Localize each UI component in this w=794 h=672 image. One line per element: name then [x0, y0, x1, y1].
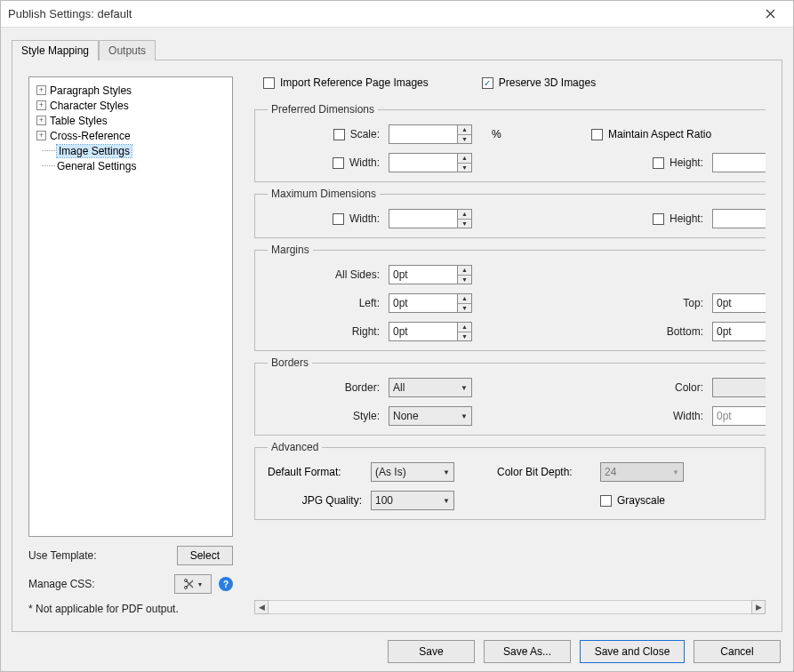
- percent-label: %: [492, 128, 509, 140]
- tree-label: Image Settings: [57, 145, 132, 157]
- chevron-up-icon: ▲: [458, 266, 471, 276]
- pref-width-input[interactable]: [389, 153, 458, 172]
- scale-checkbox[interactable]: Scale:: [268, 128, 383, 140]
- cancel-button[interactable]: Cancel: [694, 640, 781, 663]
- scroll-right-icon[interactable]: ▶: [751, 600, 766, 614]
- checkbox-label: Height:: [670, 156, 703, 169]
- expand-icon[interactable]: +: [36, 100, 46, 110]
- checkbox-label: Scale:: [350, 128, 380, 140]
- chevron-down-icon: ▼: [458, 220, 471, 228]
- select-template-button[interactable]: Select: [177, 546, 233, 565]
- left-controls: Use Template: Select Manage CSS: ▼ ? * N…: [28, 546, 233, 615]
- pref-width-checkbox[interactable]: Width:: [268, 156, 383, 169]
- pref-height-input[interactable]: [712, 153, 766, 172]
- help-icon[interactable]: ?: [219, 577, 233, 591]
- chevron-up-icon: ▲: [458, 323, 471, 332]
- preserve-3d-checkbox[interactable]: ✓ Preserve 3D Images: [482, 76, 596, 89]
- tab-outputs[interactable]: Outputs: [99, 40, 156, 60]
- tree-label: General Settings: [57, 160, 136, 172]
- close-icon: [766, 9, 775, 19]
- group-legend: Margins: [268, 244, 313, 256]
- max-height-checkbox[interactable]: Height:: [591, 212, 707, 225]
- maximum-dimensions-group: Maximum Dimensions Width: ▲▼ Height: ▲▼: [254, 188, 766, 238]
- tree-item-image-settings[interactable]: Image Settings: [33, 143, 229, 158]
- border-width-input[interactable]: [712, 406, 766, 426]
- checkbox-icon: [333, 213, 344, 225]
- max-height-input[interactable]: [712, 209, 766, 228]
- tab-label: Style Mapping: [21, 44, 89, 57]
- group-legend: Borders: [268, 356, 312, 369]
- left-column: +Paragraph Styles +Character Styles +Tab…: [28, 76, 233, 615]
- max-width-input[interactable]: [389, 209, 458, 228]
- grayscale-checkbox[interactable]: Grayscale: [600, 494, 698, 507]
- chevron-down-icon: ▼: [458, 164, 471, 172]
- checkbox-label: Grayscale: [617, 494, 665, 507]
- margin-bottom-input[interactable]: [712, 322, 766, 341]
- tab-style-mapping[interactable]: Style Mapping: [12, 40, 99, 60]
- horizontal-scrollbar[interactable]: ◀ ▶: [254, 599, 766, 615]
- chevron-up-icon: ▲: [458, 294, 471, 304]
- jpg-quality-select[interactable]: 100▼: [371, 491, 454, 510]
- tree-label: Table Styles: [50, 115, 108, 127]
- scale-input[interactable]: [389, 124, 458, 144]
- margin-left-label: Left:: [268, 297, 383, 309]
- maintain-aspect-checkbox[interactable]: Maintain Aspect Ratio: [591, 128, 766, 140]
- tree-item-character-styles[interactable]: +Character Styles: [33, 98, 229, 113]
- jpg-quality-label: JPG Quality:: [268, 494, 365, 507]
- chevron-down-icon: ▼: [461, 412, 468, 420]
- tree-label: Cross-Reference: [50, 130, 131, 142]
- import-reference-checkbox[interactable]: Import Reference Page Images: [263, 76, 429, 89]
- all-sides-spinner[interactable]: ▲▼: [458, 265, 472, 284]
- chevron-down-icon: ▼: [672, 468, 679, 476]
- color-bit-depth-select[interactable]: 24▼: [600, 462, 684, 482]
- close-button[interactable]: [754, 3, 786, 26]
- tree-item-cross-reference[interactable]: +Cross-Reference: [33, 128, 229, 143]
- max-width-spinner[interactable]: ▲▼: [458, 209, 472, 228]
- margin-top-input[interactable]: [712, 293, 766, 313]
- checkbox-icon: [653, 213, 664, 225]
- select-value: None: [393, 410, 419, 422]
- settings-tree[interactable]: +Paragraph Styles +Character Styles +Tab…: [28, 76, 233, 537]
- pref-width-spinner[interactable]: ▲▼: [458, 153, 472, 172]
- border-color-select[interactable]: ▼: [712, 378, 766, 397]
- checkbox-label: Height:: [670, 212, 703, 225]
- save-as-button[interactable]: Save As...: [484, 640, 571, 663]
- scroll-left-icon[interactable]: ◀: [254, 600, 269, 614]
- margin-left-spinner[interactable]: ▲▼: [458, 293, 472, 313]
- border-select[interactable]: All▼: [389, 378, 472, 397]
- expand-icon[interactable]: +: [36, 116, 46, 125]
- expand-icon[interactable]: +: [36, 131, 46, 140]
- save-and-close-button[interactable]: Save and Close: [580, 640, 685, 663]
- manage-css-button[interactable]: ▼: [174, 574, 212, 594]
- all-sides-input[interactable]: [389, 265, 458, 284]
- scroll-track[interactable]: [269, 600, 751, 614]
- default-format-select[interactable]: (As Is)▼: [371, 462, 454, 482]
- save-button[interactable]: Save: [388, 640, 475, 663]
- border-style-select[interactable]: None▼: [389, 406, 472, 426]
- all-sides-label: All Sides:: [268, 268, 383, 281]
- group-legend: Preferred Dimensions: [268, 103, 378, 116]
- margin-right-input[interactable]: [389, 322, 458, 341]
- tree-item-table-styles[interactable]: +Table Styles: [33, 113, 229, 128]
- checkbox-label: Width:: [349, 156, 380, 169]
- pref-height-checkbox[interactable]: Height:: [591, 156, 707, 169]
- checkbox-icon: [600, 495, 612, 507]
- select-value: 24: [605, 466, 616, 478]
- max-width-checkbox[interactable]: Width:: [268, 212, 383, 225]
- tree-item-paragraph-styles[interactable]: +Paragraph Styles: [33, 83, 229, 98]
- publish-settings-dialog: Publish Settings: default Style Mapping …: [0, 0, 794, 672]
- default-format-label: Default Format:: [268, 466, 365, 478]
- chevron-down-icon: ▼: [197, 581, 204, 588]
- tab-label: Outputs: [108, 44, 146, 57]
- margin-left-input[interactable]: [389, 293, 458, 313]
- advanced-group: Advanced Default Format: (As Is)▼ Color …: [254, 441, 766, 520]
- tab-panel: +Paragraph Styles +Character Styles +Tab…: [12, 60, 782, 632]
- checkbox-icon: [591, 129, 603, 140]
- tree-item-general-settings[interactable]: General Settings: [33, 158, 229, 173]
- borders-group: Borders Border: All▼ Color: ▼ Style: Non…: [254, 356, 766, 436]
- margin-right-spinner[interactable]: ▲▼: [458, 322, 472, 341]
- border-label: Border:: [268, 381, 383, 394]
- scale-spinner[interactable]: ▲▼: [458, 124, 472, 144]
- expand-icon[interactable]: +: [36, 85, 46, 95]
- tree-label: Character Styles: [50, 100, 129, 112]
